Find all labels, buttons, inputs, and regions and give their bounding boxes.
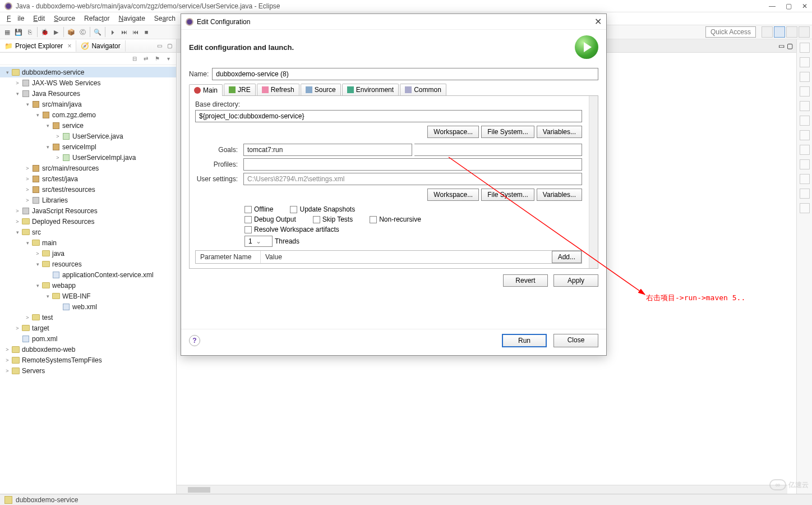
tab-navigator[interactable]: 🧭 Navigator (76, 40, 125, 52)
tree-twisty-icon[interactable]: > (3, 347, 11, 352)
new-package-icon[interactable]: 📦 (66, 27, 76, 37)
maximize-view-icon[interactable]: ▢ (165, 42, 174, 50)
goals-input[interactable] (243, 144, 412, 156)
console-icon[interactable] (800, 189, 810, 199)
tree-twisty-icon[interactable]: > (54, 134, 62, 139)
tree-twisty-icon[interactable]: > (3, 357, 11, 363)
apply-button[interactable]: Apply (553, 274, 598, 287)
debug-icon[interactable]: 🐞 (40, 27, 50, 37)
basedir-input[interactable] (195, 110, 582, 122)
tab-project-explorer[interactable]: 📁 Project Explorer × (0, 40, 76, 52)
revert-button[interactable]: Revert (503, 274, 548, 287)
tree-node[interactable]: >test (0, 312, 176, 323)
tree-node[interactable]: >dubboxdemo-web (0, 344, 176, 355)
tree-node[interactable]: ▾dubboxdemo-service (0, 67, 176, 77)
close-tab-icon[interactable]: × (67, 42, 71, 50)
junit-icon[interactable] (800, 174, 810, 184)
link-editor-icon[interactable]: ⇄ (141, 54, 150, 63)
bookmarks-icon[interactable] (800, 72, 810, 82)
checkbox-offline[interactable]: Offline (244, 205, 273, 213)
tree-node[interactable]: ▾src/main/java (0, 99, 176, 109)
add-button[interactable]: Add... (552, 251, 582, 263)
view-menu-icon[interactable]: ▾ (164, 54, 173, 63)
step-icon[interactable]: ⏵ (108, 27, 118, 37)
menu-file[interactable]: File (3, 13, 27, 24)
checkbox-debug[interactable]: Debug Output (244, 215, 296, 223)
profiles-input[interactable] (243, 158, 582, 171)
checkbox-update[interactable]: Update Snapshots (290, 205, 355, 213)
tree-node[interactable]: ▾webapp (0, 280, 176, 291)
close-button[interactable]: Close (553, 334, 598, 347)
project-tree[interactable]: ▾dubboxdemo-service>JAX-WS Web Services▾… (0, 65, 176, 494)
task-list-icon[interactable] (800, 57, 810, 67)
horizontal-scrollbar[interactable] (177, 485, 787, 494)
tree-twisty-icon[interactable]: > (24, 315, 31, 320)
tree-twisty-icon[interactable]: ▾ (13, 91, 21, 97)
variables-button-2[interactable]: Variables... (537, 189, 582, 201)
editor-maximize-icon[interactable]: ▢ (787, 42, 793, 50)
editor-minimize-icon[interactable]: ▭ (778, 42, 785, 50)
javaee-perspective-icon[interactable] (786, 26, 797, 38)
other-view-icon[interactable] (800, 203, 810, 213)
terminate-icon[interactable]: ■ (141, 27, 151, 37)
tree-node[interactable]: applicationContext-service.xml (0, 269, 176, 280)
tree-node[interactable]: >RemoteSystemsTempFiles (0, 355, 176, 365)
collapse-all-icon[interactable]: ⊟ (130, 54, 139, 63)
tab-refresh[interactable]: Refresh (257, 84, 299, 95)
tree-twisty-icon[interactable]: ▾ (34, 283, 41, 288)
dialog-close-icon[interactable]: ✕ (594, 16, 602, 27)
tree-twisty-icon[interactable]: ▾ (34, 112, 41, 118)
tree-node[interactable]: ▾service (0, 120, 176, 131)
tab-main[interactable]: Main (189, 84, 223, 96)
tree-twisty-icon[interactable]: > (24, 176, 31, 182)
close-window-button[interactable]: ✕ (802, 2, 808, 10)
tree-twisty-icon[interactable]: > (24, 198, 31, 203)
open-perspective-icon[interactable] (762, 26, 773, 38)
snippets-icon[interactable] (800, 101, 810, 111)
tree-twisty-icon[interactable]: ▾ (44, 123, 52, 128)
tab-common[interactable]: Common (400, 84, 446, 95)
tree-node[interactable]: >JAX-WS Web Services (0, 77, 176, 88)
tree-twisty-icon[interactable]: > (24, 166, 31, 171)
menu-source[interactable]: Source (50, 13, 79, 24)
tree-node[interactable]: >Deployed Resources (0, 216, 176, 227)
usersettings-input[interactable] (243, 173, 582, 185)
workspace-button[interactable]: Workspace... (427, 126, 479, 138)
menu-navigate[interactable]: Navigate (115, 13, 148, 24)
checkbox-skip[interactable]: Skip Tests (313, 215, 353, 223)
palette-icon[interactable] (800, 86, 810, 97)
markers-icon[interactable] (800, 116, 810, 126)
tree-twisty-icon[interactable]: ▾ (3, 70, 11, 75)
maximize-button[interactable]: ▢ (786, 2, 792, 10)
tree-node[interactable]: >JavaScript Resources (0, 205, 176, 216)
name-input[interactable] (212, 68, 598, 80)
tree-node[interactable]: >java (0, 248, 176, 259)
properties-icon[interactable] (800, 130, 810, 140)
tree-twisty-icon[interactable]: > (34, 251, 41, 256)
tree-twisty-icon[interactable]: > (13, 219, 21, 224)
menu-refactor[interactable]: Refactor (81, 13, 113, 24)
tree-twisty-icon[interactable]: ▾ (44, 293, 52, 299)
filter-icon[interactable]: ⚑ (153, 54, 162, 63)
quick-access-input[interactable]: Quick Access (705, 26, 756, 38)
tree-twisty-icon[interactable]: > (13, 208, 21, 214)
tab-source[interactable]: Source (301, 84, 341, 95)
tree-node[interactable]: >Servers (0, 365, 176, 376)
help-icon[interactable]: ? (189, 335, 200, 346)
tree-node[interactable]: ▾src (0, 227, 176, 237)
tree-twisty-icon[interactable]: ▾ (13, 229, 21, 235)
filesystem-button-2[interactable]: File System... (481, 189, 534, 201)
servers-icon[interactable] (800, 145, 810, 155)
goals-input-ext[interactable] (414, 144, 583, 156)
tree-node[interactable]: >target (0, 323, 176, 333)
tree-node[interactable]: >src/main/resources (0, 163, 176, 173)
tree-twisty-icon[interactable]: ▾ (44, 144, 52, 150)
tree-node[interactable]: >UserServiceImpl.java (0, 152, 176, 163)
tree-node[interactable]: ▾serviceImpl (0, 141, 176, 152)
menu-search[interactable]: Search (151, 13, 179, 24)
run-button[interactable]: Run (502, 334, 547, 347)
tree-twisty-icon[interactable]: > (24, 187, 31, 192)
tree-twisty-icon[interactable]: > (13, 325, 21, 331)
tree-twisty-icon[interactable]: > (3, 368, 11, 374)
step-over-icon[interactable]: ⏭ (119, 27, 129, 37)
